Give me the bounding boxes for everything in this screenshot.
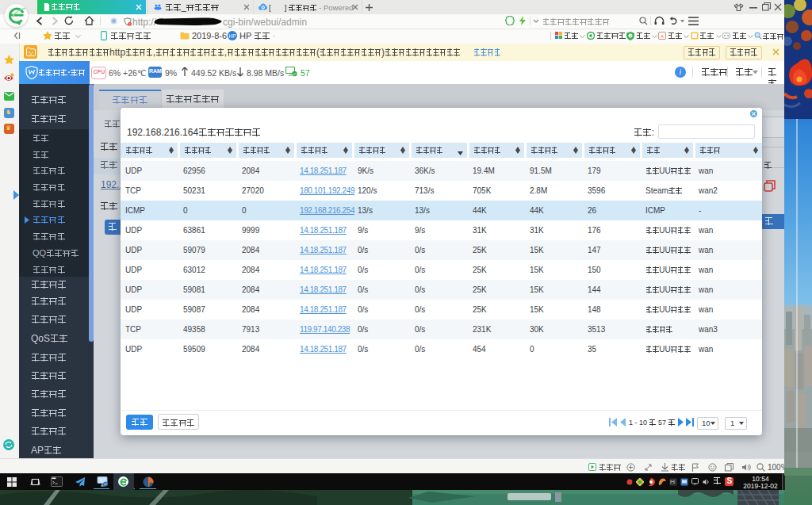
svg-text:A: A [661,34,664,39]
svg-text:HP: HP [228,33,236,39]
